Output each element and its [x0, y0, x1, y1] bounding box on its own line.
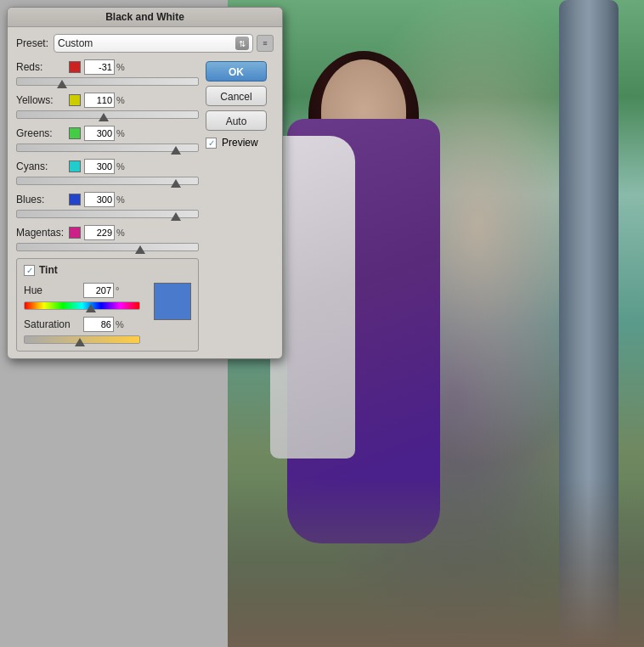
- preview-row: ✓ Preview: [206, 137, 274, 149]
- slider-row-magentas: Magentas: 229 %: [16, 225, 199, 251]
- hue-slider-track[interactable]: [24, 301, 140, 310]
- photo-background: [228, 0, 644, 647]
- slider-track-yellows[interactable]: [16, 110, 199, 119]
- ok-button[interactable]: OK: [206, 61, 267, 82]
- sliders-column: Reds: -31 % Yellows:: [16, 59, 199, 352]
- dialog-title: Black and White: [105, 11, 184, 23]
- tint-color-swatch[interactable]: [154, 283, 191, 320]
- slider-thumb-reds[interactable]: [57, 80, 67, 88]
- figure-jacket: [270, 136, 355, 459]
- preset-list-button[interactable]: ≡: [257, 35, 274, 52]
- slider-thumb-greens[interactable]: [171, 146, 181, 155]
- tint-label: Tint: [39, 264, 58, 276]
- percent-blues: %: [116, 194, 125, 205]
- color-dot-reds: [69, 61, 81, 73]
- preview-label: Preview: [222, 137, 258, 149]
- percent-magentas: %: [116, 228, 125, 238]
- value-box-yellows[interactable]: 110: [84, 93, 115, 108]
- sat-slider-thumb[interactable]: [75, 338, 85, 346]
- slider-header-yellows: Yellows: 110 %: [16, 93, 199, 108]
- buttons-column: OK Cancel Auto ✓ Preview: [206, 59, 274, 352]
- tint-header: ✓ Tint: [24, 264, 191, 276]
- value-box-greens[interactable]: 300: [84, 126, 115, 141]
- slider-thumb-magentas[interactable]: [135, 245, 145, 254]
- value-box-hue[interactable]: 207: [83, 283, 114, 298]
- slider-header-magentas: Magentas: 229 %: [16, 225, 199, 240]
- hue-row: Hue 207 °: [24, 283, 140, 298]
- percent-cyans: %: [116, 161, 125, 172]
- percent-reds: %: [116, 62, 125, 72]
- slider-label-reds: Reds:: [16, 61, 69, 73]
- slider-row-cyans: Cyans: 300 %: [16, 159, 199, 185]
- slider-label-greens: Greens:: [16, 127, 69, 139]
- tint-content: Hue 207 ° Saturation 86: [24, 283, 191, 344]
- color-dot-cyans: [69, 160, 81, 172]
- percent-greens: %: [116, 128, 125, 138]
- color-dot-yellows: [69, 94, 81, 106]
- slider-thumb-blues[interactable]: [171, 212, 181, 221]
- tint-sliders: Hue 207 ° Saturation 86: [24, 283, 140, 344]
- value-box-cyans[interactable]: 300: [84, 159, 115, 174]
- degree-label: °: [116, 285, 119, 295]
- percent-yellows: %: [116, 95, 125, 105]
- slider-label-magentas: Magentas:: [16, 227, 69, 239]
- hue-label: Hue: [24, 284, 83, 296]
- value-box-sat[interactable]: 86: [83, 317, 114, 332]
- dialog-content: Reds: -31 % Yellows:: [16, 59, 274, 352]
- slider-track-blues[interactable]: [16, 210, 199, 218]
- slider-row-greens: Greens: 300 %: [16, 126, 199, 152]
- slider-track-greens[interactable]: [16, 143, 199, 152]
- preset-value: Custom: [58, 37, 93, 49]
- slider-thumb-yellows[interactable]: [99, 113, 109, 121]
- dialog-black-and-white: Black and White Preset: Custom ⇅ ≡ Red: [7, 7, 283, 359]
- auto-button[interactable]: Auto: [206, 110, 267, 131]
- dialog-body: Preset: Custom ⇅ ≡ Reds: -31: [8, 27, 282, 358]
- preview-checkbox[interactable]: ✓: [206, 138, 217, 149]
- slider-track-cyans[interactable]: [16, 177, 199, 185]
- sat-row: Saturation 86 %: [24, 317, 140, 332]
- sat-label: Saturation: [24, 318, 83, 330]
- slider-track-magentas[interactable]: [16, 243, 199, 251]
- sat-slider-track[interactable]: [24, 335, 140, 344]
- slider-label-cyans: Cyans:: [16, 160, 69, 172]
- slider-label-yellows: Yellows:: [16, 94, 69, 106]
- color-dot-greens: [69, 127, 81, 139]
- value-box-reds[interactable]: -31: [84, 59, 115, 75]
- slider-row-blues: Blues: 300 %: [16, 192, 199, 218]
- value-box-blues[interactable]: 300: [84, 192, 115, 207]
- preset-label: Preset:: [16, 37, 48, 49]
- percent-sat: %: [116, 319, 124, 329]
- hue-slider-thumb[interactable]: [86, 304, 96, 312]
- slider-label-blues: Blues:: [16, 194, 69, 205]
- preset-select[interactable]: Custom ⇅: [54, 34, 253, 53]
- workspace: Black and White Preset: Custom ⇅ ≡ Red: [0, 0, 644, 647]
- slider-row-reds: Reds: -31 %: [16, 59, 199, 86]
- cancel-button[interactable]: Cancel: [206, 86, 267, 106]
- preset-row: Preset: Custom ⇅ ≡: [16, 34, 274, 53]
- value-box-magentas[interactable]: 229: [84, 225, 115, 240]
- slider-header-cyans: Cyans: 300 %: [16, 159, 199, 174]
- tint-checkbox[interactable]: ✓: [24, 265, 35, 276]
- slider-header-greens: Greens: 300 %: [16, 126, 199, 141]
- color-dot-blues: [69, 194, 81, 205]
- slider-thumb-cyans[interactable]: [171, 179, 181, 188]
- slider-track-reds[interactable]: [16, 77, 199, 86]
- slider-header-blues: Blues: 300 %: [16, 192, 199, 207]
- slider-row-yellows: Yellows: 110 %: [16, 93, 199, 119]
- slider-header-reds: Reds: -31 %: [16, 59, 199, 75]
- photo-ground: [228, 477, 644, 647]
- color-dot-magentas: [69, 227, 81, 239]
- tint-section: ✓ Tint Hue 207 °: [16, 258, 199, 352]
- preset-dropdown-arrow[interactable]: ⇅: [235, 37, 249, 50]
- dialog-titlebar: Black and White: [8, 8, 282, 27]
